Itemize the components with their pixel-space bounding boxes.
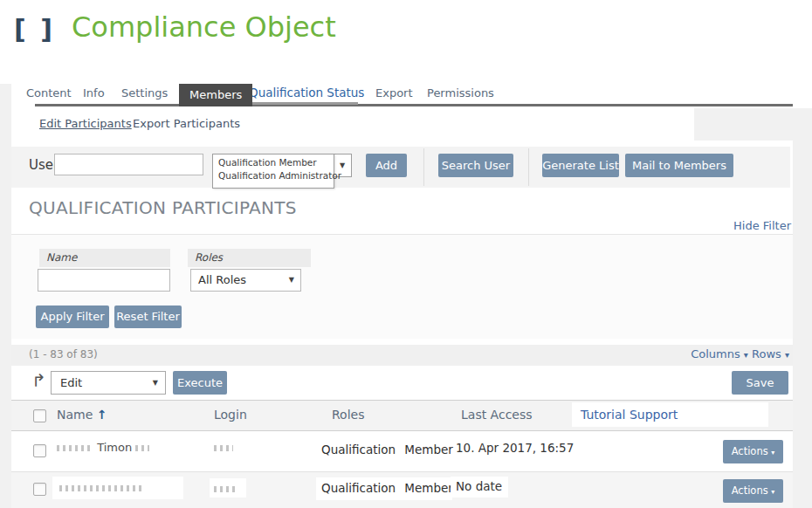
role-option-qualification-administrator[interactable]: Qualification Administrator (213, 169, 334, 182)
sort-ascending-icon: ↑ (97, 408, 107, 422)
select-arrow-icon: ▼ (153, 372, 158, 394)
reset-filter-button[interactable]: Reset Filter (114, 305, 182, 328)
row-actions-button[interactable]: Actions ▾ (723, 440, 783, 463)
result-range-text: (1 - 83 of 83) (29, 348, 98, 360)
add-button[interactable]: Add (366, 154, 407, 177)
column-header-tutorial-support[interactable]: Tutorial Support (581, 408, 678, 422)
apply-filter-button[interactable]: Apply Filter (36, 305, 109, 328)
column-header-login[interactable]: Login (214, 408, 247, 422)
toolbar-separator (423, 148, 424, 186)
columns-menu[interactable]: Columns ▾ (691, 347, 748, 360)
section-heading: QUALIFICATION PARTICIPANTS (29, 197, 297, 218)
redaction-smudge (57, 445, 93, 451)
cell-last-access: 10. Apr 2017, 16:57 (456, 441, 574, 455)
name-fragment: Timon (97, 441, 132, 454)
tab-members-active[interactable]: Members (179, 84, 252, 106)
cell-login-redacted (214, 486, 237, 492)
column-header-last-access[interactable]: Last Access (461, 408, 533, 422)
actions-label: Actions (732, 484, 768, 497)
column-header-name[interactable]: Name ↑ (57, 408, 107, 422)
user-input[interactable] (54, 154, 203, 175)
table-view-menus: Columns ▾ Rows ▾ (691, 347, 789, 360)
rows-menu[interactable]: Rows ▾ (752, 347, 789, 360)
role-select-open-list[interactable]: Qualification Member Qualification Admin… (212, 154, 334, 189)
save-button[interactable]: Save (732, 371, 788, 395)
cell-name-redacted (59, 485, 143, 491)
row-actions-button[interactable]: Actions ▾ (723, 479, 783, 503)
cell-login-redacted (214, 445, 233, 451)
generate-list-button[interactable]: Generate List (542, 154, 619, 177)
filter-name-label: Name (39, 249, 170, 267)
caret-down-icon: ▾ (744, 350, 748, 360)
mail-to-members-button[interactable]: Mail to Members (625, 154, 733, 177)
apply-to-selected-arrow-icon: ↱ (31, 370, 46, 391)
filter-roles-selected-value: All Roles (198, 273, 246, 286)
right-margin-strip (793, 108, 812, 508)
subtab-export-participants[interactable]: Export Participants (133, 117, 240, 130)
tab-export[interactable]: Export (375, 86, 413, 100)
select-arrow-icon: ▼ (340, 161, 345, 169)
caret-down-icon: ▾ (771, 488, 774, 496)
cell-name-redacted: Timon (57, 441, 149, 454)
page-title: Compliance Object (72, 10, 336, 44)
subtab-edit-participants[interactable]: Edit Participants (39, 117, 132, 130)
pagination-band (11, 345, 793, 366)
caret-down-icon: ▾ (771, 449, 774, 457)
caret-down-icon: ▾ (785, 350, 789, 360)
bulk-action-selected-value: Edit (60, 376, 82, 389)
filter-roles-label: Roles (188, 249, 311, 267)
column-header-name-label: Name (57, 408, 93, 422)
row-checkbox[interactable] (33, 483, 46, 496)
select-all-checkbox[interactable] (33, 409, 46, 422)
page: [ ] Compliance Object Content Info Setti… (0, 0, 812, 508)
subnav-gray-block (694, 108, 793, 141)
tab-info[interactable]: Info (83, 86, 105, 100)
bulk-action-select[interactable]: Edit ▼ (51, 371, 166, 395)
redaction-smudge (135, 445, 149, 451)
actions-label: Actions (732, 445, 768, 457)
columns-menu-label: Columns (691, 347, 740, 360)
execute-button[interactable]: Execute (173, 371, 227, 395)
filter-name-input[interactable] (38, 269, 170, 292)
toolbar-separator (528, 148, 529, 186)
left-margin-strip (0, 84, 11, 508)
column-header-roles[interactable]: Roles (332, 408, 364, 422)
tab-content[interactable]: Content (26, 86, 72, 100)
tab-settings[interactable]: Settings (121, 86, 168, 100)
select-arrow-icon: ▼ (289, 270, 294, 291)
tab-permissions[interactable]: Permissions (427, 86, 494, 100)
filter-roles-select[interactable]: All Roles ▼ (190, 269, 301, 292)
rows-menu-label: Rows (752, 347, 781, 360)
search-user-button[interactable]: Search User (438, 154, 513, 177)
row-checkbox[interactable] (33, 444, 46, 457)
tabbar-underline (35, 104, 793, 106)
brackets-logo: [ ] (14, 14, 55, 45)
cell-roles: Qualification Member (321, 481, 453, 495)
role-option-qualification-member[interactable]: Qualification Member (213, 156, 334, 169)
cell-last-access: No date (456, 479, 502, 493)
hide-filter-link[interactable]: Hide Filter (733, 219, 791, 232)
tab-qualification-status[interactable]: Qualification Status (249, 86, 364, 100)
qualification-status-tab-underline (248, 102, 358, 105)
cell-roles: Qualification Member (321, 443, 453, 457)
